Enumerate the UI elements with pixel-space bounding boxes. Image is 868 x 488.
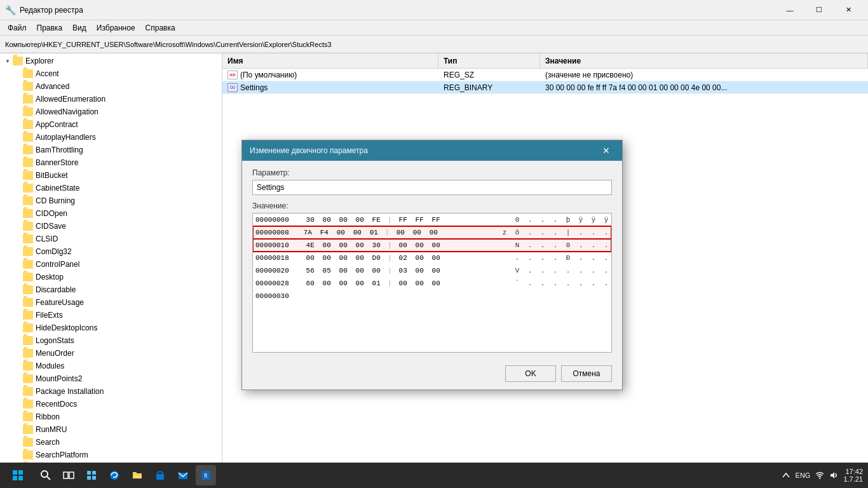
- menu-item-файл[interactable]: Файл: [3, 22, 32, 34]
- regedit-icon[interactable]: R: [196, 465, 216, 485]
- folder-icon-12: [23, 209, 33, 218]
- search-taskbar-icon[interactable]: [36, 465, 56, 485]
- tree-item-24[interactable]: Modules: [0, 360, 222, 372]
- close-button[interactable]: ✕: [834, 0, 863, 20]
- registry-row-settings[interactable]: 00 Settings REG_BINARY 30 00 00 00 fe ff…: [222, 81, 868, 94]
- registry-row-default[interactable]: ab (По умолчанию) REG_SZ (значение не пр…: [222, 69, 868, 81]
- menu-item-избранное[interactable]: Избранное: [92, 22, 140, 34]
- tree-item-6[interactable]: AutoplayHandlers: [0, 131, 222, 144]
- col-value: Значение: [540, 53, 868, 68]
- tree-item-29[interactable]: RunMRU: [0, 423, 222, 436]
- svg-text:R: R: [205, 473, 208, 479]
- volume-icon: [829, 471, 838, 480]
- values-header: Имя Тип Значение: [222, 53, 868, 69]
- folder-icon-29: [23, 425, 33, 434]
- folder-icon-13: [23, 222, 33, 231]
- dialog-footer: OK Отмена: [242, 360, 622, 390]
- tree-item-20[interactable]: FileExts: [0, 309, 222, 322]
- col-type: Тип: [438, 53, 540, 68]
- tree-label-26: Package Installation: [36, 387, 104, 396]
- maximize-button[interactable]: ☐: [804, 0, 834, 20]
- tree-item-26[interactable]: Package Installation: [0, 385, 222, 398]
- tree-item-5[interactable]: AppContract: [0, 118, 222, 131]
- tree-item-1[interactable]: Accent: [0, 67, 222, 80]
- tree-label-24: Modules: [36, 362, 64, 370]
- folder-icon-20: [23, 311, 33, 320]
- row-value-settings: 30 00 00 00 fe ff ff 7a f4 00 00 01 00 0…: [540, 83, 868, 92]
- tree-label-3: AllowedEnumeration: [36, 95, 105, 104]
- store-icon[interactable]: [150, 465, 170, 485]
- minimize-button[interactable]: —: [775, 0, 804, 20]
- tree-item-17[interactable]: Desktop: [0, 271, 222, 283]
- file-explorer-icon[interactable]: [127, 465, 147, 485]
- ok-button[interactable]: OK: [505, 365, 556, 382]
- tree-item-13[interactable]: CIDSave: [0, 220, 222, 233]
- registry-tree[interactable]: ▼ExplorerAccentAdvancedAllowedEnumeratio…: [0, 53, 222, 463]
- dialog-close-button[interactable]: ✕: [598, 142, 614, 159]
- folder-icon-15: [23, 247, 33, 256]
- folder-icon-11: [23, 196, 33, 205]
- tree-item-18[interactable]: Discardable: [0, 283, 222, 296]
- tree-item-30[interactable]: Search: [0, 436, 222, 449]
- cancel-button[interactable]: Отмена: [561, 365, 612, 382]
- taskbar-clock[interactable]: 17:42 1.7.21: [843, 468, 863, 483]
- tree-item-23[interactable]: MenuOrder: [0, 347, 222, 360]
- task-view-icon[interactable]: [58, 465, 79, 485]
- tree-label-6: AutoplayHandlers: [36, 133, 96, 142]
- tree-label-27: RecentDocs: [36, 400, 77, 409]
- edge-icon[interactable]: [104, 465, 125, 485]
- tree-item-12[interactable]: CIDOpen: [0, 207, 222, 220]
- col-name: Имя: [222, 53, 438, 68]
- tree-item-19[interactable]: FeatureUsage: [0, 296, 222, 309]
- svg-point-17: [819, 478, 820, 479]
- tree-label-14: CLSID: [36, 234, 58, 243]
- tree-item-10[interactable]: CabinetState: [0, 182, 222, 194]
- folder-icon-16: [23, 260, 33, 269]
- tree-arrow-0: ▼: [3, 58, 13, 64]
- tree-label-9: BitBucket: [36, 171, 68, 180]
- tree-label-13: CIDSave: [36, 222, 66, 231]
- start-button[interactable]: [5, 465, 31, 485]
- tree-item-4[interactable]: AllowedNavigation: [0, 105, 222, 118]
- tree-item-16[interactable]: ControlPanel: [0, 258, 222, 271]
- folder-icon-7: [23, 146, 33, 154]
- tree-item-0[interactable]: ▼Explorer: [0, 55, 222, 67]
- tree-item-31[interactable]: SearchPlatform: [0, 449, 222, 461]
- menu-item-справка[interactable]: Справка: [140, 22, 180, 34]
- taskbar-right: ENG 17:42 1.7.21: [782, 468, 863, 483]
- taskbar-icons: R: [36, 465, 216, 485]
- tree-item-22[interactable]: LogonStats: [0, 334, 222, 347]
- window-controls: — ☐ ✕: [775, 0, 863, 20]
- tree-item-3[interactable]: AllowedEnumeration: [0, 93, 222, 105]
- folder-icon-22: [23, 336, 33, 345]
- widgets-icon[interactable]: [81, 465, 102, 485]
- tree-item-28[interactable]: Ribbon: [0, 410, 222, 423]
- row-name-settings: 00 Settings: [222, 83, 438, 92]
- folder-icon-18: [23, 285, 33, 294]
- tree-item-7[interactable]: BamThrottling: [0, 144, 222, 156]
- tree-item-2[interactable]: Advanced: [0, 80, 222, 93]
- chevron-up-icon[interactable]: [782, 471, 790, 480]
- tree-label-29: RunMRU: [36, 425, 67, 434]
- tree-item-9[interactable]: BitBucket: [0, 169, 222, 182]
- dialog-body: Параметр: Значение: 00000000 30000000FE …: [242, 161, 622, 360]
- tree-item-8[interactable]: BannerStore: [0, 156, 222, 169]
- tree-item-27[interactable]: RecentDocs: [0, 398, 222, 410]
- menu-item-правка[interactable]: Правка: [32, 22, 68, 34]
- param-input[interactable]: [252, 180, 612, 195]
- menu-item-вид[interactable]: Вид: [67, 22, 92, 34]
- app-icon: 🔧: [5, 5, 16, 15]
- tree-label-7: BamThrottling: [36, 146, 83, 154]
- tree-label-11: CD Burning: [36, 196, 75, 205]
- tree-label-19: FeatureUsage: [36, 298, 84, 307]
- tree-item-11[interactable]: CD Burning: [0, 194, 222, 207]
- hex-row-10: 00000010 4E00000030 | 000000 N . . . 0 .…: [253, 239, 611, 252]
- tree-item-25[interactable]: MountPoints2: [0, 372, 222, 385]
- tree-item-21[interactable]: HideDesktopIcons: [0, 322, 222, 334]
- row-name-default: ab (По умолчанию): [222, 71, 438, 79]
- menu-bar: ФайлПравкаВидИзбранноеСправка: [0, 20, 868, 36]
- hex-editor[interactable]: 00000000 30000000FE | FFFFFF 0 . . . þ ÿ…: [252, 213, 612, 353]
- mail-icon[interactable]: [173, 465, 193, 485]
- tree-item-15[interactable]: ComDlg32: [0, 245, 222, 258]
- tree-item-14[interactable]: CLSID: [0, 233, 222, 245]
